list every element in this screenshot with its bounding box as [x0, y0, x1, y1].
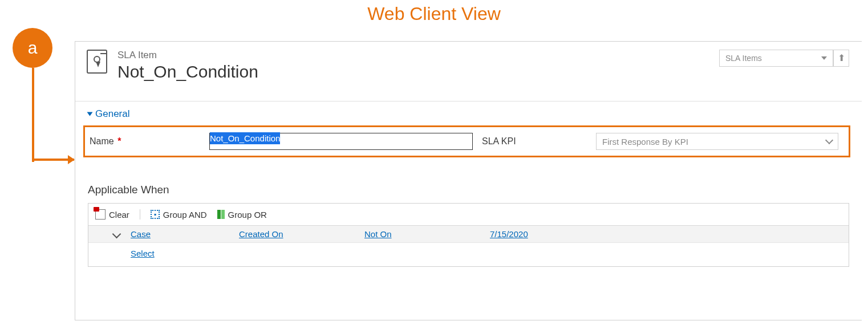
required-marker: *: [117, 136, 121, 146]
condition-row: Case Created On Not On 7/15/2020: [88, 225, 849, 242]
section-header-general[interactable]: General: [88, 108, 849, 120]
clear-icon: [95, 209, 106, 220]
clear-button[interactable]: Clear: [93, 208, 132, 221]
sla-kpi-label: SLA KPI: [482, 136, 596, 147]
expand-chevron-icon[interactable]: [112, 230, 121, 239]
annotation-arrow: [32, 159, 74, 161]
view-picker-up-button[interactable]: ⬆: [833, 50, 849, 67]
name-field-label: Name *: [90, 136, 209, 147]
name-input-value: Not_On_Condition: [210, 132, 280, 144]
condition-entity-link[interactable]: Case: [131, 229, 239, 239]
annotation-badge-a: a: [13, 28, 52, 68]
record-title: Not_On_Condition: [117, 62, 258, 82]
view-picker-label: SLA Items: [725, 54, 762, 63]
header-divider: [75, 101, 862, 101]
group-or-icon: [217, 210, 225, 219]
condition-toolbar: Clear ▪ Group AND Group OR: [88, 204, 849, 225]
toolbar-separator: [140, 209, 140, 220]
condition-value-link[interactable]: 7/15/2020: [490, 229, 615, 239]
condition-operator-link[interactable]: Not On: [364, 229, 490, 239]
group-and-label: Group AND: [163, 210, 207, 220]
caret-down-icon: [821, 56, 827, 60]
record-frame: SLA Item Not_On_Condition SLA Items ⬆ Ge…: [75, 41, 862, 320]
sla-kpi-lookup[interactable]: First Response By KPI: [596, 133, 838, 150]
group-or-label: Group OR: [228, 210, 267, 220]
annotation-connector: [32, 68, 34, 162]
condition-select-row: Select: [88, 242, 849, 266]
chevron-down-icon: [825, 136, 833, 144]
section-header-general-label: General: [95, 108, 129, 120]
group-and-button[interactable]: ▪ Group AND: [148, 209, 209, 221]
section-header-applicable-when: Applicable When: [88, 184, 849, 196]
condition-select-link[interactable]: Select: [131, 249, 155, 258]
entity-type-label: SLA Item: [117, 50, 258, 61]
condition-builder: Clear ▪ Group AND Group OR Case Created …: [88, 203, 849, 267]
view-picker-dropdown[interactable]: SLA Items: [719, 50, 833, 67]
page-title: Web Client View: [0, 0, 868, 25]
condition-attribute-link[interactable]: Created On: [239, 229, 364, 239]
arrow-up-icon: ⬆: [838, 54, 845, 63]
clear-button-label: Clear: [109, 210, 129, 220]
sla-kpi-value: First Response By KPI: [602, 137, 688, 147]
sla-item-icon: [87, 50, 107, 74]
record-header: SLA Item Not_On_Condition SLA Items ⬆: [75, 42, 862, 82]
group-or-button[interactable]: Group OR: [215, 209, 269, 221]
name-field-highlight: Name * Not_On_Condition SLA KPI First Re…: [83, 125, 850, 157]
collapse-icon: [87, 112, 93, 116]
view-picker[interactable]: SLA Items ⬆: [719, 50, 849, 67]
name-input[interactable]: Not_On_Condition: [209, 133, 473, 150]
group-and-icon: ▪: [151, 210, 160, 219]
